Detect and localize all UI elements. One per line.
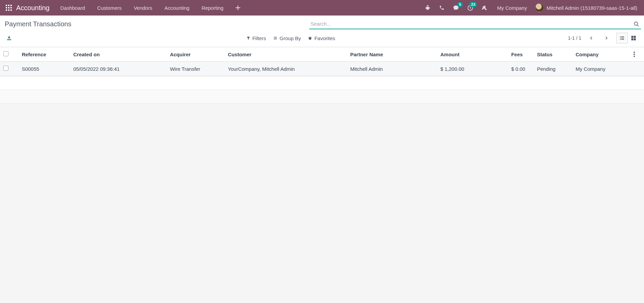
header-status[interactable]: Status [533,47,572,62]
nav-item-accounting[interactable]: Accounting [158,0,195,16]
summary-band [0,77,644,90]
activities-button[interactable]: 23 [463,0,477,16]
star-icon [308,36,312,40]
company-switcher[interactable]: My Company [492,5,532,11]
favorites-button[interactable]: Favorites [308,35,335,41]
systray: 5 23 My Company Mitchell Admin (15180739… [421,0,641,16]
svg-point-11 [620,36,621,37]
chevron-right-icon [604,36,608,40]
control-panel: Payment Transactions Filters Group By [0,16,644,47]
view-list-button[interactable] [616,33,628,43]
svg-rect-6 [6,9,7,11]
view-switcher [616,33,639,43]
nav-item-reporting[interactable]: Reporting [195,0,229,16]
nav-item-vendors[interactable]: Vendors [128,0,158,16]
select-all-checkbox[interactable] [3,51,8,56]
pager-prev[interactable] [587,33,596,43]
cell-fees: $ 0.00 [508,62,533,76]
groupby-label: Group By [280,35,301,41]
download-icon [6,35,12,41]
svg-rect-0 [6,5,7,6]
cell-acquirer: Wire Transfer [166,62,224,76]
header-reference[interactable]: Reference [19,47,70,62]
voip-button[interactable] [435,0,449,16]
svg-rect-8 [10,9,12,11]
cell-created-on: 05/05/2022 09:36:41 [70,62,167,76]
svg-point-23 [634,56,635,57]
kanban-icon [631,35,636,41]
table-header-row: Reference Created on Acquirer Customer P… [0,47,644,62]
cell-partner-name: Mitchell Admin [347,62,437,76]
cell-status: Pending [533,62,572,76]
app-name[interactable]: Accounting [15,4,54,12]
transactions-table: Reference Created on Acquirer Customer P… [0,47,644,76]
svg-rect-7 [8,9,9,11]
cell-company: My Company [572,62,630,76]
plus-icon [236,5,240,10]
groupby-button[interactable]: Group By [273,35,301,41]
header-partner-name[interactable]: Partner Name [347,47,437,62]
debug-button[interactable] [421,0,434,16]
header-amount[interactable]: Amount [437,47,508,62]
breadcrumb: Payment Transactions [5,20,71,28]
favorites-label: Favorites [314,35,335,41]
svg-point-13 [620,38,621,38]
header-customer[interactable]: Customer [224,47,347,62]
svg-rect-19 [631,38,633,40]
header-company[interactable]: Company [572,47,630,62]
list-icon [619,36,625,40]
apps-menu-button[interactable] [3,0,15,16]
search-button[interactable] [634,21,639,27]
pager[interactable]: 1-1 / 1 [568,35,581,41]
tools-button[interactable] [478,0,491,16]
header-created-on[interactable]: Created on [70,47,167,62]
svg-rect-2 [10,5,12,6]
user-name: Mitchell Admin (15180739-saas-15-1-all) [547,5,637,11]
svg-rect-18 [634,36,636,38]
svg-rect-14 [621,38,624,38]
top-navbar: Accounting Dashboard Customers Vendors A… [0,0,644,16]
tools-icon [481,5,487,11]
filters-button[interactable]: Filters [246,35,266,41]
apps-icon [6,5,12,11]
svg-rect-20 [634,38,636,40]
pager-next[interactable] [602,33,611,43]
search-wrap [309,19,639,29]
nav-item-customers[interactable]: Customers [91,0,128,16]
row-checkbox[interactable] [3,66,8,71]
svg-rect-16 [621,39,624,40]
activities-badge: 23 [469,2,477,7]
svg-rect-17 [631,36,633,38]
svg-point-22 [634,54,635,55]
optional-columns-button[interactable] [630,47,644,62]
export-button[interactable] [5,34,13,42]
cell-reference: S00055 [19,62,70,76]
view-kanban-button[interactable] [628,33,639,43]
messages-button[interactable]: 5 [449,0,463,16]
filters-label: Filters [252,35,266,41]
svg-rect-12 [621,36,624,37]
header-acquirer[interactable]: Acquirer [166,47,224,62]
svg-rect-4 [8,7,9,8]
user-menu[interactable]: Mitchell Admin (15180739-saas-15-1-all) [533,3,641,12]
list-view: Reference Created on Acquirer Customer P… [0,47,644,77]
messages-badge: 5 [457,2,463,7]
svg-rect-1 [8,5,9,6]
header-fees[interactable]: Fees [508,47,533,62]
nav-item-dashboard[interactable]: Dashboard [54,0,91,16]
cell-amount: $ 1,200.00 [437,62,508,76]
svg-point-15 [620,39,621,40]
nav-new-button[interactable] [229,0,246,16]
avatar [535,3,544,12]
svg-point-10 [634,22,638,25]
search-input[interactable] [309,19,641,29]
cell-customer: YourCompany, Mitchell Admin [224,62,347,76]
kebab-icon [634,52,635,57]
table-row[interactable]: S00055 05/05/2022 09:36:41 Wire Transfer… [0,62,644,76]
nav-menu: Dashboard Customers Vendors Accounting R… [54,0,246,16]
bug-icon [425,5,431,11]
chevron-left-icon [589,36,593,40]
search-icon [634,21,639,27]
filter-icon [246,36,250,40]
below-band [0,90,644,103]
